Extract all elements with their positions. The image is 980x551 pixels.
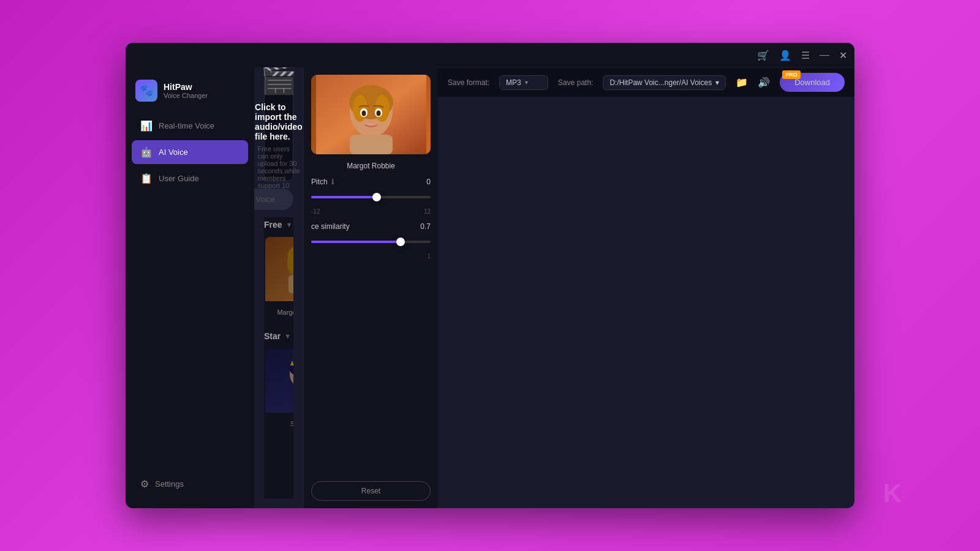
user-guide-icon: 📋 — [140, 173, 153, 184]
folder-icon[interactable]: 📁 — [736, 77, 748, 88]
pro-badge: PRO — [782, 70, 801, 79]
main-layout: 🐾 HitPaw Voice Changer 📊 Real-time Voice… — [126, 67, 854, 508]
pitch-value: 0 — [426, 178, 431, 186]
featured-voice-name: Margot Robbie — [311, 162, 431, 170]
free-section-label: Free — [264, 220, 282, 230]
save-format-select[interactable]: MP3 ▾ — [499, 75, 548, 90]
title-bar: 🛒 👤 ☰ — ✕ — [126, 43, 854, 67]
menu-icon[interactable]: ☰ — [801, 50, 810, 61]
similarity-fill — [311, 241, 401, 243]
star-section-header: Star ▼ — [264, 331, 293, 341]
voice-list: Free ▼ — [264, 217, 293, 443]
upload-icon: 🎬 ✦ — [260, 67, 297, 96]
pitch-track — [311, 196, 431, 198]
app-window: 🛒 👤 ☰ — ✕ 🐾 HitPaw Voice Changer 📊 Real-… — [126, 43, 854, 508]
sidebar-item-realtime-voice[interactable]: 📊 Real-time Voice — [132, 114, 248, 138]
similarity-labels: 1 — [311, 253, 431, 260]
free-section-header: Free ▼ — [264, 220, 293, 230]
sidebar-logo: 🐾 HitPaw Voice Changer — [126, 73, 254, 114]
minimize-icon[interactable]: — — [820, 50, 829, 61]
svg-point-66 — [375, 95, 390, 122]
change-voice-button[interactable]: Change Voice — [254, 189, 293, 210]
free-voice-grid: Margot Robbie — [264, 236, 293, 321]
star-voice-grid: 👑 Star 1 — [264, 347, 293, 433]
upload-area[interactable]: 🎬 ✦ Click to import the audio/video file… — [264, 77, 293, 181]
path-dropdown-arrow: ▾ — [715, 78, 719, 87]
star-section-arrow[interactable]: ▼ — [284, 332, 291, 340]
similarity-thumb[interactable] — [396, 238, 405, 246]
reset-button[interactable]: Reset — [311, 481, 431, 501]
watermark-k: K — [883, 479, 900, 508]
app-subtitle: Voice Changer — [164, 92, 208, 99]
svg-rect-23 — [290, 385, 294, 407]
pitch-labels: -12 12 — [311, 208, 431, 215]
svg-rect-5 — [288, 275, 294, 293]
volume-icon[interactable]: 🔊 — [758, 77, 770, 88]
svg-point-70 — [361, 111, 366, 116]
logo-text: HitPaw Voice Changer — [164, 82, 208, 99]
pitch-slider[interactable] — [311, 191, 431, 203]
similarity-track — [311, 241, 431, 243]
similarity-value: 0.7 — [420, 222, 431, 231]
content-area: 🎬 ✦ Click to import the audio/video file… — [254, 67, 438, 508]
save-format-value: MP3 — [506, 78, 521, 87]
main-content: 🎬 ✦ Click to import the audio/video file… — [254, 67, 303, 508]
pitch-thumb[interactable] — [372, 193, 381, 201]
ai-voice-icon: 🤖 — [140, 146, 153, 158]
bottom-bar: Save format: MP3 ▾ Save path: D:/HitPaw … — [438, 67, 854, 97]
upload-main-text: Click to import the audio/video file her… — [255, 102, 303, 141]
voice-list-wrapper: Free ▼ — [264, 217, 293, 498]
sidebar-item-settings[interactable]: ⚙ Settings — [132, 472, 248, 496]
star1-label: Star 1 — [265, 413, 293, 433]
voice-card-star1[interactable]: 👑 Star 1 — [264, 347, 293, 433]
right-panel: Margot Robbie Pitch ℹ 0 — [303, 67, 438, 508]
similarity-label: ce similarity 0.7 — [311, 222, 431, 231]
save-path-label: Save path: — [558, 78, 593, 87]
pitch-label: Pitch ℹ 0 — [311, 178, 431, 186]
sidebar-nav: 📊 Real-time Voice 🤖 AI Voice 📋 User Guid… — [126, 114, 254, 190]
svg-point-71 — [376, 111, 380, 116]
margot-robbie-avatar — [265, 237, 293, 301]
sidebar-item-label: Real-time Voice — [159, 121, 214, 130]
sidebar-item-label-guide: User Guide — [159, 174, 199, 183]
sidebar-item-ai-voice[interactable]: 🤖 AI Voice — [132, 140, 248, 164]
save-path-select[interactable]: D:/HitPaw Voic...nger/AI Voices ▾ — [603, 75, 726, 90]
title-bar-icons: 🛒 👤 ☰ — ✕ — [757, 50, 847, 61]
user-icon[interactable]: 👤 — [779, 50, 791, 61]
save-path-value: D:/HitPaw Voic...nger/AI Voices — [609, 78, 712, 87]
cart-icon[interactable]: 🛒 — [757, 50, 769, 61]
pitch-fill — [311, 196, 377, 198]
svg-point-65 — [353, 95, 368, 122]
sidebar: 🐾 HitPaw Voice Changer 📊 Real-time Voice… — [126, 67, 254, 508]
sidebar-settings-section: ⚙ Settings — [126, 472, 254, 502]
free-section-arrow[interactable]: ▼ — [286, 221, 293, 228]
sidebar-item-user-guide[interactable]: 📋 User Guide — [132, 167, 248, 190]
svg-rect-67 — [350, 135, 393, 154]
realtime-voice-icon: 📊 — [140, 120, 153, 132]
close-icon[interactable]: ✕ — [839, 50, 847, 61]
similarity-section: ce similarity 0.7 1 — [311, 222, 431, 260]
similarity-slider[interactable] — [311, 236, 431, 248]
format-dropdown-arrow: ▾ — [525, 79, 528, 86]
pitch-section: Pitch ℹ 0 -12 12 — [311, 178, 431, 215]
featured-voice-card — [311, 75, 431, 154]
logo-icon: 🐾 — [135, 80, 157, 102]
sidebar-item-label-ai: AI Voice — [159, 148, 188, 157]
app-title: HitPaw — [164, 82, 208, 92]
star-section-label: Star — [264, 331, 281, 341]
margot-robbie-label: Margot Robbie — [265, 301, 293, 321]
save-format-label: Save format: — [448, 78, 489, 87]
pitch-max: 12 — [424, 208, 431, 215]
voice-card-margot-robbie[interactable]: Margot Robbie — [264, 236, 293, 321]
star1-avatar — [265, 348, 293, 413]
pitch-info-icon[interactable]: ℹ — [331, 178, 334, 186]
download-wrapper: Download PRO — [780, 73, 845, 92]
similarity-max: 1 — [427, 253, 431, 260]
change-voice-wrapper: Change Voice — [264, 189, 293, 210]
settings-label: Settings — [155, 479, 184, 489]
pitch-min: -12 — [311, 208, 320, 215]
settings-icon: ⚙ — [140, 478, 149, 490]
